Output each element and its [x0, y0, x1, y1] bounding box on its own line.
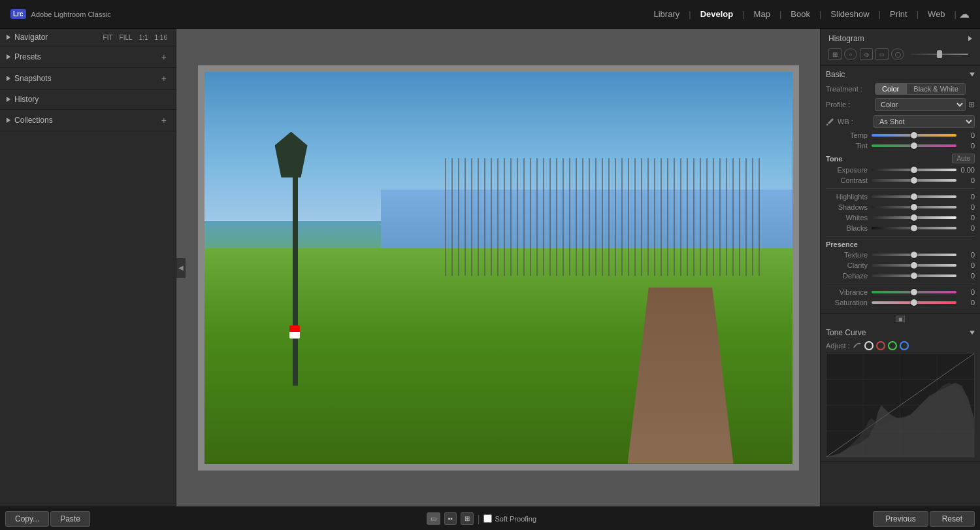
- temp-value: 0: [956, 131, 975, 139]
- treatment-label: Treatment :: [826, 85, 875, 93]
- tc-blue-circle[interactable]: [900, 341, 909, 350]
- contrast-label: Contrast: [826, 176, 872, 184]
- compare-view-button[interactable]: ▪▪: [444, 512, 457, 525]
- nav-web[interactable]: Web: [921, 7, 952, 22]
- whites-value: 0: [956, 214, 975, 222]
- contrast-slider-row: Contrast 0: [826, 176, 975, 184]
- tint-slider[interactable]: [872, 144, 956, 147]
- wb-select[interactable]: As Shot: [874, 115, 975, 128]
- copy-button[interactable]: Copy...: [5, 511, 49, 527]
- vibrance-label: Vibrance: [826, 288, 872, 296]
- histogram-title: Histogram: [828, 34, 864, 43]
- collections-triangle: [7, 118, 10, 123]
- single-view-button[interactable]: ▭: [427, 512, 440, 525]
- exposure-adjust-slider[interactable]: [907, 52, 972, 56]
- tint-label: Tint: [826, 142, 872, 150]
- zoom-fill[interactable]: FILL: [118, 33, 135, 42]
- vibrance-divider: [826, 284, 975, 284]
- basic-collapse-icon: [970, 73, 975, 76]
- presets-add-button[interactable]: +: [159, 52, 169, 62]
- nav-print[interactable]: Print: [883, 7, 914, 22]
- collections-section: Collections +: [0, 110, 176, 131]
- treatment-row: Treatment : Color Black & White: [826, 83, 975, 95]
- temp-slider[interactable]: [872, 134, 956, 137]
- clarity-slider[interactable]: [872, 264, 956, 267]
- tone-divider: [826, 188, 975, 189]
- auto-button[interactable]: Auto: [952, 154, 975, 163]
- contrast-slider[interactable]: [872, 179, 956, 182]
- left-panel-toggle[interactable]: ◀: [176, 258, 186, 278]
- snapshots-triangle: [7, 76, 10, 81]
- tone-curve-graph[interactable]: [826, 353, 975, 457]
- highlights-label: Highlights: [826, 193, 872, 201]
- history-header[interactable]: History: [0, 90, 176, 109]
- highlights-slider[interactable]: [872, 195, 956, 198]
- tc-parametric-icon[interactable]: [853, 341, 862, 350]
- blacks-label: Blacks: [826, 224, 872, 232]
- reset-button[interactable]: Reset: [930, 511, 975, 527]
- nav-book[interactable]: Book: [784, 7, 817, 22]
- expand-icon[interactable]: ◼: [896, 316, 905, 322]
- paste-button[interactable]: Paste: [50, 511, 90, 527]
- exposure-value: 0.00: [956, 166, 975, 174]
- dehaze-slider-row: Dehaze 0: [826, 272, 975, 280]
- zoom-fit[interactable]: FIT: [101, 33, 115, 42]
- profile-select[interactable]: Color: [875, 98, 966, 111]
- collections-add-button[interactable]: +: [159, 115, 169, 125]
- treatment-bw-button[interactable]: Black & White: [906, 83, 965, 95]
- vibrance-slider[interactable]: [872, 291, 956, 293]
- tc-red-circle[interactable]: [876, 341, 885, 350]
- nav-map[interactable]: Map: [747, 7, 777, 22]
- zoom-1-1[interactable]: 1:1: [137, 33, 150, 42]
- tone-subheader: Tone Auto: [826, 154, 975, 163]
- temp-label: Temp: [826, 131, 872, 139]
- bottom-right: Previous Reset: [868, 511, 980, 527]
- clarity-value: 0: [956, 261, 975, 269]
- texture-slider[interactable]: [872, 254, 956, 256]
- dehaze-slider[interactable]: [872, 274, 956, 277]
- whites-slider[interactable]: [872, 216, 956, 219]
- center-panel: ◀: [176, 29, 820, 506]
- profile-label: Profile :: [826, 101, 875, 108]
- soft-proofing-input[interactable]: [483, 514, 492, 523]
- history-label: History: [14, 95, 39, 104]
- tone-curve-header: Tone Curve: [826, 328, 975, 337]
- previous-button[interactable]: Previous: [873, 511, 928, 527]
- left-panel: Navigator FIT FILL 1:1 1:16 Presets +: [0, 29, 176, 506]
- spot-removal-icon[interactable]: ○: [844, 48, 857, 60]
- saturation-slider[interactable]: [872, 301, 956, 304]
- cloud-icon[interactable]: ☁: [959, 8, 970, 20]
- histogram-title-bar[interactable]: Histogram: [825, 31, 976, 46]
- treatment-color-button[interactable]: Color: [875, 83, 906, 95]
- tc-controls: Adjust :: [826, 341, 975, 350]
- navigator-triangle: [7, 35, 10, 40]
- clarity-slider-row: Clarity 0: [826, 261, 975, 269]
- zoom-custom[interactable]: 1:16: [153, 33, 169, 42]
- graduated-filter-icon[interactable]: ▭: [875, 48, 889, 60]
- survey-view-button[interactable]: ⊞: [461, 512, 474, 525]
- tc-rgb-circle[interactable]: [864, 341, 874, 350]
- nav-slideshow[interactable]: Slideshow: [824, 7, 875, 22]
- presets-header[interactable]: Presets +: [0, 46, 176, 67]
- nav-library[interactable]: Library: [647, 7, 687, 22]
- basic-title: Basic: [826, 70, 845, 79]
- tc-green-circle[interactable]: [888, 341, 897, 350]
- collections-header[interactable]: Collections +: [0, 110, 176, 131]
- crop-overlay-icon[interactable]: ⊞: [828, 48, 841, 60]
- eyedropper-icon[interactable]: [826, 117, 835, 126]
- marker: [289, 325, 300, 339]
- contrast-value: 0: [956, 176, 975, 184]
- profile-grid-icon[interactable]: ⊞: [968, 100, 975, 109]
- radial-filter-icon[interactable]: ◯: [891, 48, 904, 60]
- histogram-toolbar: ⊞ ○ ◎ ▭ ◯: [825, 46, 976, 63]
- blacks-slider[interactable]: [872, 227, 956, 229]
- soft-proofing-checkbox[interactable]: Soft Proofing: [483, 514, 536, 523]
- snapshots-header[interactable]: Snapshots +: [0, 68, 176, 89]
- snapshots-add-button[interactable]: +: [159, 73, 169, 84]
- snapshots-section: Snapshots +: [0, 68, 176, 90]
- exposure-slider[interactable]: [872, 169, 956, 171]
- app-name: Adobe Lightroom Classic: [31, 10, 111, 18]
- nav-develop[interactable]: Develop: [694, 7, 740, 22]
- redeye-icon[interactable]: ◎: [860, 48, 873, 60]
- shadows-slider[interactable]: [872, 206, 956, 208]
